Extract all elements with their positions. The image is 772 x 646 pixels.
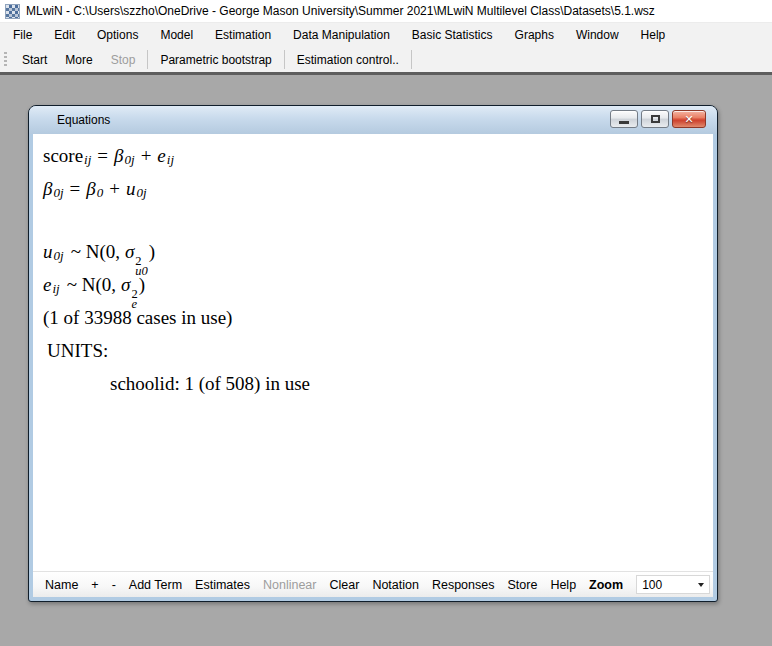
eq2-beta0: β (86, 178, 95, 199)
restore-icon (651, 115, 660, 123)
start-button[interactable]: Start (13, 53, 56, 67)
minimize-button[interactable] (610, 110, 638, 128)
plus-button[interactable]: + (91, 578, 98, 592)
minimize-icon (619, 121, 629, 124)
parametric-bootstrap-button[interactable]: Parametric bootstrap (151, 53, 280, 67)
equation-spacer (43, 205, 705, 235)
toolbar-separator (411, 50, 412, 69)
equation-line-1[interactable]: scoreij=β0j+eij (43, 139, 705, 172)
equations-content: scoreij=β0j+eij β0j=β0+u0j u0j~ N(0,σ2u0… (33, 134, 713, 571)
menu-options[interactable]: Options (86, 23, 149, 47)
equation-line-2[interactable]: β0j=β0+u0j (43, 172, 705, 205)
zoom-value: 100 (642, 578, 662, 592)
menu-help[interactable]: Help (630, 23, 677, 47)
eq1-error-sub: ij (167, 152, 174, 167)
eq2-equals: = (70, 178, 81, 199)
eq4-normal: ~ N(0, (67, 274, 116, 295)
app-titlebar: MLwiN - C:\Users\szzho\OneDrive - George… (0, 0, 772, 23)
caption-buttons: ✕ (610, 106, 706, 128)
app-icon (5, 4, 20, 19)
close-icon: ✕ (684, 114, 693, 125)
eq1-equals: = (97, 145, 108, 166)
store-button[interactable]: Store (507, 578, 537, 592)
eq1-beta-sub: 0j (125, 152, 135, 167)
name-button[interactable]: Name (45, 578, 78, 592)
toolbar-separator (284, 50, 285, 69)
eq2-beta0j: β (43, 178, 52, 199)
eq3-u: u (43, 241, 53, 262)
eq4-sigma: σ (121, 274, 130, 295)
menu-model[interactable]: Model (149, 23, 204, 47)
minus-button[interactable]: - (112, 578, 116, 592)
stop-button: Stop (102, 53, 145, 67)
eq2-u-sub: 0j (137, 185, 147, 200)
menu-window[interactable]: Window (565, 23, 630, 47)
menu-file[interactable]: File (2, 23, 43, 47)
menu-basic-statistics[interactable]: Basic Statistics (401, 23, 504, 47)
equations-bottom-toolbar: Name + - Add Term Estimates Nonlinear Cl… (33, 571, 713, 597)
clear-button[interactable]: Clear (330, 578, 360, 592)
estimation-control-button[interactable]: Estimation control.. (288, 53, 408, 67)
close-button[interactable]: ✕ (672, 110, 706, 128)
zoom-select[interactable]: 100 (636, 575, 710, 594)
equation-line-e-distribution[interactable]: eij~ N(0,σ2e) (43, 268, 705, 301)
eq3-u-sub: 0j (54, 248, 64, 263)
units-schoolid-text: schoolid: 1 (of 508) in use (43, 367, 705, 400)
app-title: MLwiN - C:\Users\szzho\OneDrive - George… (26, 4, 655, 18)
equations-window: Equations ✕ scoreij=β0j+eij β0j= (28, 105, 718, 602)
nonlinear-button: Nonlinear (263, 578, 317, 592)
menubar: File Edit Options Model Estimation Data … (0, 23, 772, 47)
menu-graphs[interactable]: Graphs (504, 23, 565, 47)
eq4-close-paren: ) (139, 274, 145, 295)
chevron-down-icon[interactable] (698, 583, 704, 587)
estimates-button[interactable]: Estimates (195, 578, 250, 592)
add-term-button[interactable]: Add Term (129, 578, 182, 592)
eq1-error-term: e (157, 145, 165, 166)
toolbar-separator (147, 50, 148, 69)
eq1-plus: + (141, 145, 152, 166)
eq3-normal: ~ N(0, (71, 241, 120, 262)
eq3-close-paren: ) (149, 241, 155, 262)
eq4-e-sub: ij (52, 281, 59, 296)
eq2-beta0j-sub: 0j (53, 185, 63, 200)
eq1-response-sub: ij (84, 152, 91, 167)
help-button[interactable]: Help (550, 578, 576, 592)
menu-estimation[interactable]: Estimation (204, 23, 282, 47)
zoom-label: Zoom (589, 578, 623, 592)
menu-data-manipulation[interactable]: Data Manipulation (282, 23, 401, 47)
restore-button[interactable] (641, 110, 669, 128)
eq3-sigma: σ (125, 241, 134, 262)
toolbar-grip-icon[interactable] (4, 52, 7, 68)
equation-line-u-distribution[interactable]: u0j~ N(0,σ2u0) (43, 235, 705, 268)
mdi-workspace: Equations ✕ scoreij=β0j+eij β0j= (0, 72, 772, 646)
eq2-plus: + (109, 178, 120, 199)
menu-edit[interactable]: Edit (43, 23, 86, 47)
units-label: UNITS: (43, 334, 705, 367)
notation-button[interactable]: Notation (372, 578, 419, 592)
eq1-response: score (43, 145, 83, 166)
eq2-beta0-sub: 0 (97, 185, 104, 200)
equations-client-area: scoreij=β0j+eij β0j=β0+u0j u0j~ N(0,σ2u0… (33, 134, 713, 597)
cases-in-use-text: (1 of 33988 cases in use) (43, 301, 705, 334)
equations-window-title: Equations (57, 106, 110, 134)
toolbar: Start More Stop Parametric bootstrap Est… (0, 47, 772, 72)
equations-titlebar[interactable]: Equations ✕ (29, 106, 717, 134)
eq2-u-term: u (126, 178, 136, 199)
eq4-e: e (43, 274, 51, 295)
eq1-beta: β (114, 145, 123, 166)
more-button[interactable]: More (56, 53, 101, 67)
responses-button[interactable]: Responses (432, 578, 495, 592)
